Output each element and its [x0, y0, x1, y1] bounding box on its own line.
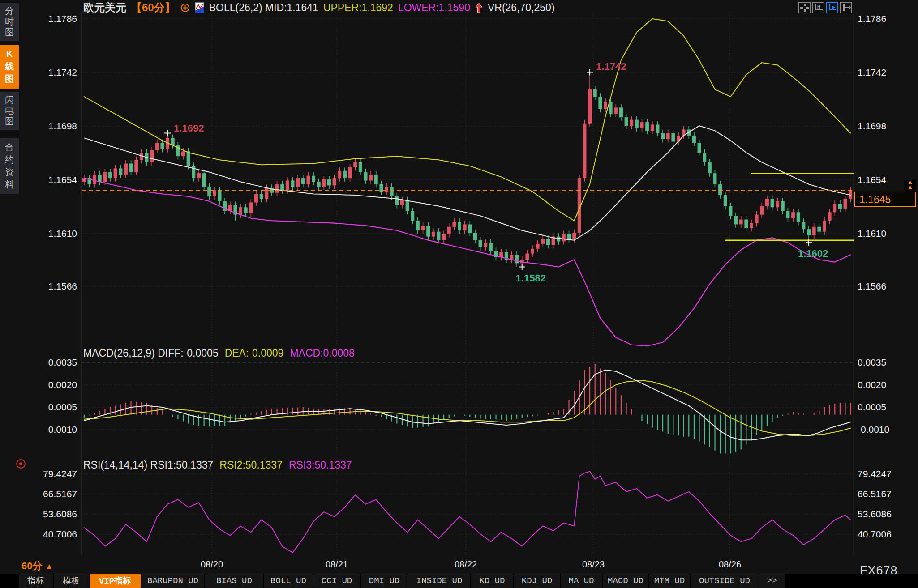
- tab-kdud[interactable]: KD_UD: [471, 574, 513, 588]
- macd-axis-label: 0.0035: [858, 357, 911, 368]
- axis-play-icon[interactable]: [826, 2, 838, 13]
- boll-values: BOLL(26,2) MID:1.1641: [209, 2, 318, 14]
- macd-axis-label: -0.0010: [858, 424, 911, 435]
- date-axis-label: 08/26: [705, 559, 755, 570]
- chart-toolbar: H: [798, 2, 852, 13]
- rsi-params-and-rsi1: RSI(14,14,14) RSI1:50.1337: [83, 459, 213, 471]
- price-axis-label: 1.1742: [23, 67, 77, 78]
- rsi-marker-icon[interactable]: [16, 459, 26, 469]
- tab-dmiud[interactable]: DMI_UD: [361, 574, 408, 588]
- price-up-arrow-icon: [475, 3, 483, 13]
- period-label[interactable]: 【60分】: [131, 0, 176, 15]
- tab-outsideud[interactable]: OUTSIDE_UD: [691, 574, 759, 588]
- macd-panel-header: MACD(26,12,9) DIFF:-0.0005 DEA:-0.0009 M…: [83, 347, 355, 359]
- price-extreme-annotation: 1.1692: [174, 123, 204, 134]
- price-extreme-annotation: 1.1582: [516, 273, 546, 284]
- timeframe-label: 60分: [21, 560, 42, 571]
- tab-模板[interactable]: 模板: [54, 574, 89, 588]
- tab-mtmud[interactable]: MTM_UD: [649, 574, 690, 588]
- add-overlay-icon[interactable]: [180, 3, 190, 13]
- macd-axis-label: 0.0020: [23, 379, 77, 390]
- date-axis-label: 08/23: [569, 559, 618, 570]
- macd-axis-label: 0.0020: [858, 379, 911, 390]
- trading-app-window: 分时图K线图闪电图合约资料 欧元美元 【60分】 BOLL(26,2) MID:…: [0, 0, 918, 588]
- date-axis-label: 08/20: [187, 559, 236, 570]
- price-axis-label: 1.1610: [858, 228, 911, 239]
- price-axis-label: 1.1698: [858, 121, 911, 132]
- indicator-tab-bar: 指标模板VIP指标BARUPDN_UDBIAS_UDBOLL_UDCCI_UDD…: [0, 574, 918, 588]
- tab-vip指标[interactable]: VIP指标: [90, 574, 141, 588]
- macd-params-and-diff: MACD(26,12,9) DIFF:-0.0005: [83, 347, 219, 359]
- tab-macdud[interactable]: MACD_UD: [603, 574, 648, 588]
- rsi-panel-header: RSI(14,14,14) RSI1:50.1337 RSI2:50.1337 …: [83, 459, 352, 471]
- boll-lower-value: LOWER:1.1590: [398, 2, 470, 14]
- price-axis-label: 1.1698: [23, 121, 77, 132]
- price-axis-label: 1.1654: [858, 175, 911, 185]
- tab-指标[interactable]: 指标: [19, 574, 53, 588]
- rsi-axis-label: 40.7006: [858, 529, 911, 540]
- rsi-axis-label: 40.7006: [23, 529, 77, 540]
- boll-upper-value: UPPER:1.1692: [323, 2, 393, 14]
- rsi-axis-label: 66.5167: [23, 489, 77, 499]
- price-axis-label: 1.1786: [858, 13, 911, 24]
- axis-shift-icon[interactable]: [840, 2, 852, 13]
- rsi-axis-label: 79.4247: [858, 469, 911, 479]
- symbol-name: 欧元美元: [83, 0, 126, 15]
- chart-header: 欧元美元 【60分】 BOLL(26,2) MID:1.1641 UPPER:1…: [83, 1, 555, 14]
- macd-dea-value: DEA:-0.0009: [225, 347, 284, 359]
- price-axis-label: 1.1654: [23, 175, 77, 185]
- price-axis-label: 1.1742: [858, 67, 911, 78]
- tab-cciud[interactable]: CCI_UD: [313, 574, 360, 588]
- timeframe-footer[interactable]: 60分 ▲: [21, 559, 53, 573]
- macd-axis-label: 0.0005: [23, 402, 77, 413]
- macd-value: MACD:0.0008: [290, 347, 354, 359]
- price-extreme-annotation: 1.1742: [596, 61, 626, 72]
- rsi-axis-label: 79.4247: [23, 469, 77, 479]
- tab-barupdnud[interactable]: BARUPDN_UD: [142, 574, 204, 588]
- macd-axis-label: -0.0010: [23, 424, 77, 435]
- tab->>[interactable]: >>: [759, 574, 785, 588]
- axis-h-icon[interactable]: H: [812, 2, 824, 13]
- timeframe-arrow-icon: ▲: [45, 562, 54, 571]
- price-axis-label: 1.1566: [23, 281, 77, 292]
- date-axis-label: 08/22: [441, 559, 490, 570]
- price-axis-label: 1.1610: [23, 228, 77, 239]
- rsi2-value: RSI2:50.1337: [219, 459, 283, 471]
- price-axis-label: 1.1566: [858, 281, 911, 292]
- rsi3-value: RSI3:50.1337: [289, 459, 352, 471]
- last-price-tag: 1.1645: [854, 192, 916, 207]
- price-axis-label: 1.1786: [23, 13, 77, 24]
- tab-bollud[interactable]: BOLL_UD: [264, 574, 313, 588]
- rsi-axis-label: 66.5167: [858, 489, 911, 499]
- chart-type-icon[interactable]: [195, 2, 204, 13]
- tab-maud[interactable]: MA_UD: [561, 574, 602, 588]
- vr-params: VR(26,70,250): [488, 2, 555, 14]
- macd-axis-label: 0.0005: [858, 402, 911, 413]
- rsi-axis-label: 53.6086: [23, 509, 77, 520]
- tab-kdjud[interactable]: KDJ_UD: [514, 574, 560, 588]
- tab-insideud[interactable]: INSIDE_UD: [408, 574, 470, 588]
- svg-text:H: H: [817, 4, 820, 9]
- macd-axis-label: 0.0035: [23, 357, 77, 368]
- price-extreme-annotation: 1.1602: [798, 248, 828, 260]
- price-chart-canvas[interactable]: [0, 0, 918, 588]
- rsi-axis-label: 53.6086: [858, 509, 911, 520]
- date-axis-label: 08/21: [312, 559, 361, 570]
- layout-pan-icon[interactable]: [798, 2, 811, 13]
- tab-biasud[interactable]: BIAS_UD: [205, 574, 263, 588]
